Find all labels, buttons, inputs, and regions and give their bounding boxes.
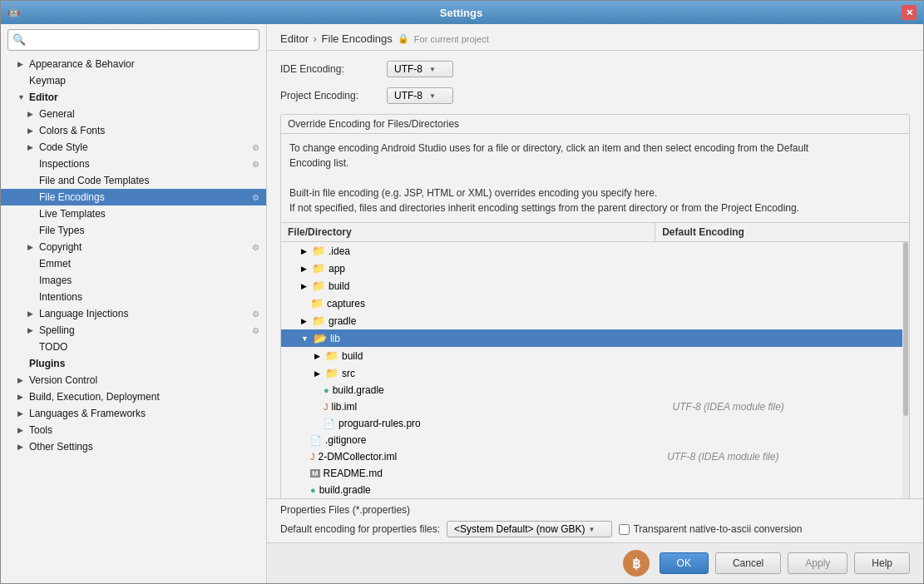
scrollbar-thumb[interactable] xyxy=(903,242,908,416)
tree-arrow: ▶ xyxy=(301,282,307,290)
expand-arrow: ▼ xyxy=(17,93,26,101)
sidebar-label: Tools xyxy=(29,424,52,436)
expand-arrow xyxy=(27,193,36,201)
apply-button[interactable]: Apply xyxy=(788,552,847,574)
sidebar-item-build-execution[interactable]: ▶ Build, Execution, Deployment xyxy=(1,389,266,405)
table-row[interactable]: 📄 proguard-rules.pro xyxy=(281,415,909,432)
ide-encoding-select[interactable]: UTF-8 xyxy=(387,61,453,77)
table-row[interactable]: M README.md xyxy=(281,465,909,482)
file-name: app xyxy=(329,263,345,275)
sidebar-label: Version Control xyxy=(29,374,97,386)
sidebar-item-live-templates[interactable]: Live Templates xyxy=(1,205,266,222)
sidebar-label: Appearance & Behavior xyxy=(29,58,135,70)
table-row[interactable]: 📄 .gitignore xyxy=(281,432,909,448)
expand-arrow: ▶ xyxy=(17,409,26,418)
encoding-cell xyxy=(660,268,909,270)
table-row[interactable]: ▶ 📁 src xyxy=(281,364,909,382)
expand-arrow: ▶ xyxy=(17,443,26,451)
override-desc-line1: To change encoding Android Studio uses f… xyxy=(289,141,901,156)
help-button[interactable]: Help xyxy=(854,552,910,574)
expand-arrow xyxy=(27,210,36,218)
sidebar-item-file-code-templates[interactable]: File and Code Templates xyxy=(1,172,266,189)
col-encoding: Default Encoding xyxy=(655,223,909,241)
titlebar: 🤖 Settings ✕ xyxy=(1,1,923,24)
tree-arrow: ▶ xyxy=(301,247,307,255)
table-row[interactable]: 📁 captures xyxy=(281,294,909,312)
sidebar-item-tools[interactable]: ▶ Tools xyxy=(1,422,266,438)
panel-header: Editor › File Encodings 🔒 For current pr… xyxy=(267,24,923,51)
sidebar-item-emmet[interactable]: Emmet xyxy=(1,255,266,272)
table-row[interactable]: ▼ 📂 lib xyxy=(281,329,909,347)
sidebar-item-plugins[interactable]: Plugins xyxy=(1,355,266,372)
encoding-cell xyxy=(660,320,909,322)
file-cell: 📁 captures xyxy=(281,296,660,310)
sidebar-label: Languages & Frameworks xyxy=(29,408,146,419)
tree-arrow: ▶ xyxy=(301,317,307,325)
table-row[interactable]: J 2-DMCollector.iml UTF-8 (IDEA module f… xyxy=(281,448,909,465)
sidebar-label: Build, Execution, Deployment xyxy=(29,391,160,403)
sidebar-item-languages-frameworks[interactable]: ▶ Languages & Frameworks xyxy=(1,405,266,422)
expand-arrow: ▶ xyxy=(27,243,36,251)
expand-arrow: ▶ xyxy=(27,326,36,334)
ok-button[interactable]: OK xyxy=(660,552,709,574)
sidebar-item-editor[interactable]: ▼ Editor xyxy=(1,89,266,106)
table-row[interactable]: ● build.gradle xyxy=(281,382,909,398)
expand-arrow: ▶ xyxy=(17,426,26,434)
encoding-cell xyxy=(660,250,909,252)
file-icon: 📄 xyxy=(310,435,322,446)
folder-icon: 📁 xyxy=(312,245,325,257)
sidebar-item-copyright[interactable]: ▶ Copyright ⚙ xyxy=(1,239,266,255)
expand-arrow xyxy=(17,77,26,85)
sidebar-item-intentions[interactable]: Intentions xyxy=(1,289,266,305)
file-cell: ▶ 📁 app xyxy=(281,261,660,275)
encoding-cell xyxy=(666,423,909,424)
table-row[interactable]: J lib.iml UTF-8 (IDEA module file) xyxy=(281,398,909,415)
expand-arrow xyxy=(27,176,36,185)
props-encoding-select[interactable]: <System Default> (now GBK) xyxy=(447,521,612,537)
expand-arrow xyxy=(27,226,36,235)
table-row[interactable]: ▶ 📁 .idea xyxy=(281,242,909,260)
md-icon: M xyxy=(310,469,320,478)
override-desc-line4: If not specified, files and directories … xyxy=(289,200,901,215)
sidebar-item-version-control[interactable]: ▶ Version Control xyxy=(1,372,266,389)
sidebar-item-general[interactable]: ▶ General xyxy=(1,106,266,122)
sidebar-label: File Types xyxy=(39,225,84,236)
sidebar-item-colors-fonts[interactable]: ▶ Colors & Fonts xyxy=(1,122,266,139)
col-file: File/Directory xyxy=(281,223,655,241)
cancel-button[interactable]: Cancel xyxy=(715,552,781,574)
encoding-cell: UTF-8 (IDEA module file) xyxy=(666,400,909,413)
sidebar-item-todo[interactable]: TODO xyxy=(1,339,266,355)
project-encoding-select[interactable]: UTF-8 xyxy=(387,87,453,104)
encoding-cell xyxy=(660,303,909,304)
sidebar-item-spelling[interactable]: ▶ Spelling ⚙ xyxy=(1,322,266,339)
expand-arrow xyxy=(27,293,36,301)
sidebar-item-file-encodings[interactable]: File Encodings ⚙ xyxy=(1,189,266,205)
expand-arrow xyxy=(27,260,36,268)
sidebar-item-appearance[interactable]: ▶ Appearance & Behavior xyxy=(1,56,266,72)
folder-icon: 📁 xyxy=(325,349,338,362)
tree-arrow xyxy=(314,403,319,411)
table-body: ▶ 📁 .idea ▶ 📁 xyxy=(281,242,909,498)
tree-arrow xyxy=(314,419,319,428)
table-row[interactable]: ▶ 📁 build xyxy=(281,347,909,364)
table-row[interactable]: ● build.gradle xyxy=(281,482,909,498)
search-input[interactable] xyxy=(7,29,259,51)
folder-icon: 📁 xyxy=(325,367,338,379)
file-name: .gitignore xyxy=(325,434,366,446)
sidebar-item-inspections[interactable]: Inspections ⚙ xyxy=(1,156,266,172)
settings-icon: ⚙ xyxy=(252,309,259,319)
sidebar-item-images[interactable]: Images xyxy=(1,272,266,289)
table-row[interactable]: ▶ 📁 app xyxy=(281,260,909,277)
table-row[interactable]: ▶ 📁 build xyxy=(281,277,909,294)
transparent-checkbox[interactable] xyxy=(619,524,630,535)
file-name: build xyxy=(329,280,349,292)
sidebar-item-keymap[interactable]: Keymap xyxy=(1,72,266,89)
sidebar-item-other-settings[interactable]: ▶ Other Settings xyxy=(1,438,266,455)
sidebar-item-file-types[interactable]: File Types xyxy=(1,222,266,239)
properties-footer: Properties Files (*.properties) Default … xyxy=(267,498,923,542)
sidebar-item-code-style[interactable]: ▶ Code Style ⚙ xyxy=(1,139,266,156)
table-row[interactable]: ▶ 📁 gradle xyxy=(281,312,909,329)
sidebar-item-language-injections[interactable]: ▶ Language Injections ⚙ xyxy=(1,305,266,322)
settings-icon: ⚙ xyxy=(252,193,259,202)
close-button[interactable]: ✕ xyxy=(902,5,917,20)
